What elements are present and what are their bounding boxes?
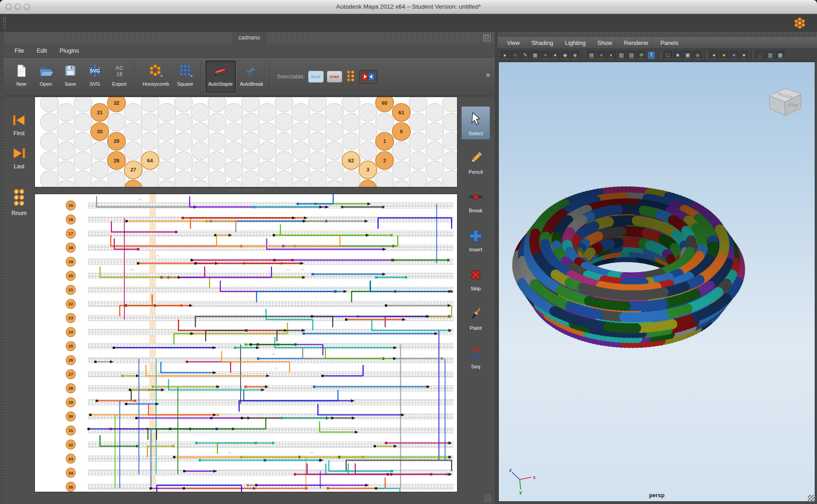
skip-tool-button[interactable]: Skip xyxy=(461,262,490,296)
helix-circle-27[interactable]: 27 xyxy=(124,161,143,179)
svg-button[interactable]: SVGSVG xyxy=(83,60,107,93)
helix-circle-4[interactable]: 4 xyxy=(359,180,377,187)
select-tool-button[interactable]: Select xyxy=(461,106,490,140)
window-titlebar[interactable]: Autodesk Maya 2012 x64 – Student Version… xyxy=(0,0,817,14)
open-button[interactable]: Open xyxy=(34,60,58,93)
window-resize-grip[interactable] xyxy=(808,495,816,503)
helix-circle-0[interactable]: 0 xyxy=(392,122,410,141)
render-settings-icon[interactable]: ▧ xyxy=(617,51,625,59)
panel-float-icon[interactable] xyxy=(483,34,491,41)
helix-circle-28[interactable]: 28 xyxy=(108,152,126,170)
last-button[interactable]: Last xyxy=(11,147,27,170)
path-view[interactable]: 1516171819202122232425262728293031323334… xyxy=(34,194,458,492)
dna-origami-torus-model[interactable] xyxy=(499,62,815,502)
helix-circle-61[interactable]: 61 xyxy=(392,103,410,122)
snap-curve-icon[interactable]: ≈ xyxy=(541,51,549,59)
export-button[interactable]: AC19Export xyxy=(108,60,131,93)
multi-color-icon[interactable]: ◈ xyxy=(694,51,702,59)
lasso-select-icon[interactable]: ○ xyxy=(511,51,519,59)
ipr-render-icon[interactable]: ◐ xyxy=(607,51,615,59)
break-tool-button[interactable]: Break xyxy=(461,184,490,218)
path-row-25[interactable]: 25 xyxy=(66,342,75,351)
helix-circle-62[interactable]: 62 xyxy=(342,152,360,170)
helix-circle-31[interactable]: 31 xyxy=(91,103,109,122)
stap-toggle[interactable]: STAP xyxy=(327,71,342,83)
viewport-menu-panels[interactable]: Panels xyxy=(655,38,684,48)
rnum-button[interactable]: 112233Rnum xyxy=(11,188,26,216)
viewport-menu-lighting[interactable]: Lighting xyxy=(559,38,592,48)
snap-grid-icon[interactable]: ▦ xyxy=(531,51,539,59)
scaf-toggle[interactable]: SCAF xyxy=(308,71,324,83)
helix-circle-29[interactable]: 29 xyxy=(108,132,126,151)
autostaple-button[interactable]: AutoStaple xyxy=(205,60,236,93)
viewport-menu-shading[interactable]: Shading xyxy=(526,38,559,48)
seq-tool-button[interactable]: AC19Seq xyxy=(461,340,490,374)
path-row-16[interactable]: 16 xyxy=(66,215,75,224)
cadnano-logo-icon[interactable] xyxy=(792,16,807,30)
dock-drag-handle[interactable] xyxy=(0,32,4,504)
cadnano-menu-edit[interactable]: Edit xyxy=(30,45,53,56)
hypershade-icon[interactable]: ▨ xyxy=(627,51,635,59)
construction-history-icon[interactable]: ▤ xyxy=(587,51,596,59)
helix-circle-64[interactable]: 64 xyxy=(141,152,159,170)
tool-arrow-icon[interactable]: ▸ xyxy=(501,51,509,59)
path-row-18[interactable]: 18 xyxy=(66,243,75,252)
view-splitter[interactable] xyxy=(34,187,458,194)
make-live-icon[interactable]: ◈ xyxy=(571,51,579,59)
panel-resize-grip[interactable] xyxy=(484,494,492,502)
selection-dots-icon[interactable] xyxy=(345,69,356,84)
insert-tool-button[interactable]: Insert xyxy=(461,223,490,257)
perspective-viewport[interactable]: BOTTOMBACK zxy persp xyxy=(498,62,815,502)
helix-circle-1[interactable]: 1 xyxy=(375,132,394,151)
viewport-menu-renderer[interactable]: Renderer xyxy=(618,38,655,48)
viewport-menu-view[interactable]: View xyxy=(501,38,526,48)
grease-pencil-icon[interactable]: ▦ xyxy=(776,51,784,59)
autobreak-button[interactable]: ✂AutoBreak xyxy=(237,60,266,93)
screen-space-ao-icon[interactable]: ● xyxy=(740,51,748,59)
path-row-21[interactable]: 21 xyxy=(66,285,75,294)
path-row-19[interactable]: 19 xyxy=(66,257,75,266)
path-row-31[interactable]: 31 xyxy=(66,426,75,435)
toolbar-drag-handle[interactable] xyxy=(3,17,7,29)
wireframe-cube-icon[interactable]: □ xyxy=(664,51,672,59)
path-row-20[interactable]: 20 xyxy=(66,271,75,280)
toolbar-overflow-button[interactable]: » xyxy=(486,70,490,79)
slice-view[interactable]: 323130292827642660610126234 xyxy=(34,97,458,187)
paint-tool-button[interactable]: Paint xyxy=(461,301,490,335)
scaf-stap-swap-button[interactable] xyxy=(359,70,377,83)
path-row-29[interactable]: 29 xyxy=(66,398,75,407)
default-light-icon[interactable]: ● xyxy=(710,51,718,59)
texture-view-icon[interactable]: T xyxy=(647,51,655,59)
paint-effects-icon[interactable]: ✚ xyxy=(637,51,645,59)
new-button[interactable]: New xyxy=(10,60,33,93)
square-button[interactable]: +Square xyxy=(173,60,197,93)
isolate-select-icon[interactable]: □ xyxy=(756,51,764,59)
path-row-35[interactable]: 35 xyxy=(66,482,75,492)
path-row-28[interactable]: 28 xyxy=(66,384,75,393)
path-row-24[interactable]: 24 xyxy=(66,328,75,337)
xray-icon[interactable]: ▥ xyxy=(766,51,774,59)
snap-point-icon[interactable]: ● xyxy=(551,51,559,59)
helix-circle-32[interactable]: 32 xyxy=(108,97,126,112)
cadnano-menu-file[interactable]: File xyxy=(8,45,30,56)
paint-select-icon[interactable]: ✎ xyxy=(521,51,529,59)
path-row-27[interactable]: 27 xyxy=(66,370,75,379)
helix-circle-2[interactable]: 2 xyxy=(375,152,394,170)
path-row-32[interactable]: 32 xyxy=(66,440,75,450)
helix-circle-26[interactable]: 26 xyxy=(124,180,143,187)
path-row-22[interactable]: 22 xyxy=(66,299,75,308)
first-button[interactable]: First xyxy=(11,113,27,137)
render-view-icon[interactable]: ● xyxy=(597,51,605,59)
helix-circle-60[interactable]: 60 xyxy=(375,97,394,112)
viewport-drag-handle[interactable] xyxy=(497,32,817,37)
shaded-cube-icon[interactable]: ■ xyxy=(674,51,682,59)
view-cube[interactable]: BOTTOMBACK xyxy=(760,82,806,120)
splitter-grip-icon[interactable] xyxy=(227,189,265,192)
viewport-menu-show[interactable]: Show xyxy=(591,38,618,48)
path-row-15[interactable]: 15 xyxy=(66,201,75,210)
helix-circle-3[interactable]: 3 xyxy=(359,161,377,179)
save-button[interactable]: Save xyxy=(59,60,82,93)
cadnano-menu-plugins[interactable]: Plugins xyxy=(53,45,85,56)
path-row-26[interactable]: 26 xyxy=(66,356,75,365)
snap-plane-icon[interactable]: ◆ xyxy=(561,51,569,59)
